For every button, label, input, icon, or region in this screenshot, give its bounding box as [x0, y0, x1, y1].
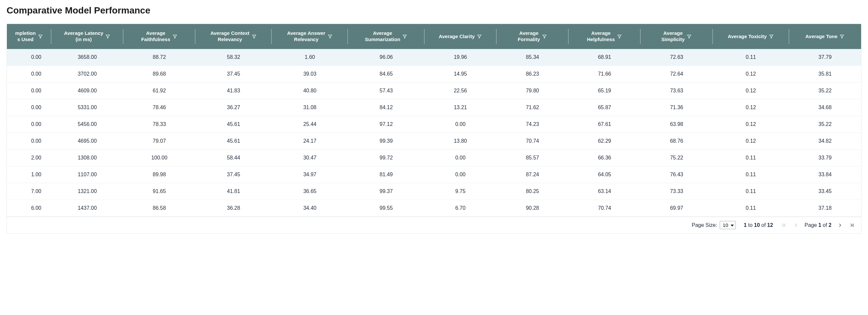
- filter-icon: [839, 34, 845, 39]
- cell-completion: 0.00: [7, 83, 51, 99]
- cell-help: 67.61: [568, 116, 641, 133]
- cell-ctx: 45.61: [195, 133, 272, 150]
- cell-tone: 34.82: [789, 133, 861, 150]
- cell-completion: 2.00: [7, 150, 51, 166]
- cell-tone: 33.79: [789, 150, 861, 166]
- first-page-button[interactable]: [781, 222, 787, 228]
- cell-tox: 0.11: [713, 200, 789, 217]
- table-row[interactable]: 0.003658.0088.7258.321.6096.0619.9685.34…: [7, 49, 861, 66]
- filter-icon: [402, 34, 407, 39]
- cell-tox: 0.12: [713, 116, 789, 133]
- column-header-ans[interactable]: Average AnswerRelevancy: [272, 24, 348, 49]
- cell-tox: 0.12: [713, 66, 789, 83]
- cell-latency: 3658.00: [51, 49, 123, 66]
- table-row[interactable]: 0.004609.0061.9241.8340.8057.4322.5679.8…: [7, 83, 861, 99]
- column-header-help[interactable]: AverageHelpfulness: [568, 24, 641, 49]
- table-scroll-region[interactable]: mpletions UsedAverage Latency(in ms)Aver…: [7, 24, 861, 217]
- cell-tox: 0.11: [713, 166, 789, 183]
- cell-faith: 89.68: [123, 66, 195, 83]
- cell-clarity: 0.00: [425, 166, 496, 183]
- cell-ctx: 37.45: [195, 66, 272, 83]
- filter-icon: [769, 34, 774, 39]
- cell-ans: 39.03: [272, 66, 348, 83]
- cell-latency: 1437.00: [51, 200, 123, 217]
- cell-simp: 69.97: [641, 200, 712, 217]
- page-size-select[interactable]: 10: [720, 221, 736, 229]
- cell-faith: 79.07: [123, 133, 195, 150]
- cell-form: 86.23: [496, 66, 568, 83]
- page-size-label: Page Size:: [692, 222, 717, 228]
- cell-latency: 5331.00: [51, 99, 123, 116]
- cell-tox: 0.12: [713, 99, 789, 116]
- cell-ctx: 58.32: [195, 49, 272, 66]
- cell-form: 74.23: [496, 116, 568, 133]
- cell-latency: 5456.00: [51, 116, 123, 133]
- row-range: 1 to 10 of 12: [744, 222, 773, 228]
- prev-page-button[interactable]: [793, 222, 799, 228]
- cell-summ: 84.12: [348, 99, 424, 116]
- cell-ans: 30.47: [272, 150, 348, 166]
- page-title: Comparative Model Performance: [7, 5, 861, 16]
- cell-ans: 31.08: [272, 99, 348, 116]
- chevron-left-icon: [793, 222, 799, 228]
- cell-faith: 78.46: [123, 99, 195, 116]
- cell-tone: 34.68: [789, 99, 861, 116]
- table-row[interactable]: 1.001107.0089.9837.4534.9781.490.0087.24…: [7, 166, 861, 183]
- column-header-simp[interactable]: AverageSimplicity: [641, 24, 712, 49]
- cell-help: 65.87: [568, 99, 641, 116]
- table-row[interactable]: 0.004695.0079.0745.6124.1799.3913.8070.7…: [7, 133, 861, 150]
- cell-completion: 0.00: [7, 66, 51, 83]
- cell-help: 62.29: [568, 133, 641, 150]
- filter-icon: [686, 34, 692, 39]
- column-header-completion[interactable]: mpletions Used: [7, 24, 51, 49]
- column-header-tone[interactable]: Average Tone: [789, 24, 861, 49]
- next-page-button[interactable]: [837, 222, 843, 228]
- cell-tone: 33.45: [789, 183, 861, 200]
- cell-faith: 78.33: [123, 116, 195, 133]
- column-label: Average AnswerRelevancy: [287, 30, 325, 43]
- table-body: 0.003658.0088.7258.321.6096.0619.9685.34…: [7, 49, 861, 217]
- cell-clarity: 13.21: [425, 99, 496, 116]
- cell-clarity: 19.96: [425, 49, 496, 66]
- cell-faith: 86.58: [123, 200, 195, 217]
- column-header-latency[interactable]: Average Latency(in ms): [51, 24, 123, 49]
- cell-summ: 99.37: [348, 183, 424, 200]
- cell-tone: 37.18: [789, 200, 861, 217]
- column-header-form[interactable]: AverageFormality: [496, 24, 568, 49]
- column-label: Average Toxicity: [727, 34, 766, 40]
- column-header-clarity[interactable]: Average Clarity: [425, 24, 496, 49]
- column-label: Average ContextRelevancy: [210, 30, 250, 43]
- cell-tox: 0.11: [713, 150, 789, 166]
- cell-summ: 99.72: [348, 150, 424, 166]
- column-header-tox[interactable]: Average Toxicity: [713, 24, 789, 49]
- last-page-button[interactable]: [848, 222, 855, 228]
- column-header-summ[interactable]: AverageSummarization: [348, 24, 424, 49]
- cell-summ: 84.65: [348, 66, 424, 83]
- table-row[interactable]: 0.005456.0078.3345.6125.4497.120.0074.23…: [7, 116, 861, 133]
- cell-ans: 25.44: [272, 116, 348, 133]
- table-row[interactable]: 2.001308.00100.0058.4430.4799.720.0085.5…: [7, 150, 861, 166]
- column-label: Average Clarity: [439, 34, 475, 40]
- cell-ctx: 45.61: [195, 116, 272, 133]
- cell-ans: 24.17: [272, 133, 348, 150]
- chevron-right-icon: [837, 222, 843, 228]
- cell-form: 90.28: [496, 200, 568, 217]
- table-row[interactable]: 7.001321.0091.6541.8136.6599.379.7580.25…: [7, 183, 861, 200]
- cell-latency: 1321.00: [51, 183, 123, 200]
- cell-form: 79.80: [496, 83, 568, 99]
- table-row[interactable]: 0.003702.0089.6837.4539.0384.6514.9586.2…: [7, 66, 861, 83]
- cell-tox: 0.12: [713, 133, 789, 150]
- cell-simp: 76.43: [641, 166, 712, 183]
- column-header-faith[interactable]: AverageFaithfulness: [123, 24, 195, 49]
- cell-tox: 0.11: [713, 183, 789, 200]
- cell-summ: 96.06: [348, 49, 424, 66]
- cell-tone: 33.84: [789, 166, 861, 183]
- table-row[interactable]: 6.001437.0086.5836.2834.4099.556.7090.28…: [7, 200, 861, 217]
- cell-help: 70.74: [568, 200, 641, 217]
- column-header-ctx[interactable]: Average ContextRelevancy: [195, 24, 272, 49]
- cell-ctx: 37.45: [195, 166, 272, 183]
- cell-completion: 0.00: [7, 116, 51, 133]
- column-label: AverageSimplicity: [661, 30, 685, 43]
- cell-form: 71.62: [496, 99, 568, 116]
- table-row[interactable]: 0.005331.0078.4636.2731.0884.1213.2171.6…: [7, 99, 861, 116]
